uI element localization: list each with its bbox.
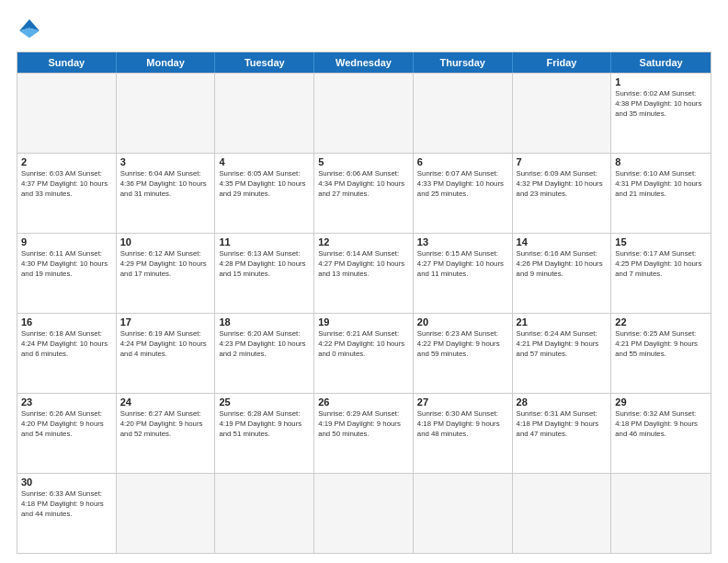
calendar-cell [117, 474, 216, 553]
calendar-week-row: 1Sunrise: 6:02 AM Sunset: 4:38 PM Daylig… [17, 73, 711, 153]
calendar-week-row: 16Sunrise: 6:18 AM Sunset: 4:24 PM Dayli… [17, 313, 711, 393]
calendar-cell [17, 74, 117, 153]
day-number: 2 [21, 156, 112, 167]
day-number: 16 [21, 316, 112, 327]
calendar-cell: 2Sunrise: 6:03 AM Sunset: 4:37 PM Daylig… [17, 154, 117, 233]
weekday-header: Wednesday [314, 52, 414, 73]
sun-info: Sunrise: 6:05 AM Sunset: 4:35 PM Dayligh… [219, 169, 310, 200]
calendar-week-row: 30Sunrise: 6:33 AM Sunset: 4:18 PM Dayli… [17, 473, 711, 553]
calendar-cell [414, 74, 513, 153]
day-number: 8 [615, 156, 707, 167]
day-number: 18 [219, 316, 310, 327]
calendar-cell [117, 74, 216, 153]
calendar-cell: 14Sunrise: 6:16 AM Sunset: 4:26 PM Dayli… [513, 234, 612, 313]
sun-info: Sunrise: 6:18 AM Sunset: 4:24 PM Dayligh… [21, 329, 112, 360]
calendar-cell: 20Sunrise: 6:23 AM Sunset: 4:22 PM Dayli… [414, 314, 513, 393]
calendar-cell: 30Sunrise: 6:33 AM Sunset: 4:18 PM Dayli… [17, 474, 117, 553]
calendar-cell [513, 474, 612, 553]
sun-info: Sunrise: 6:16 AM Sunset: 4:26 PM Dayligh… [517, 249, 608, 280]
sun-info: Sunrise: 6:09 AM Sunset: 4:32 PM Dayligh… [517, 169, 608, 200]
sun-info: Sunrise: 6:02 AM Sunset: 4:38 PM Dayligh… [615, 89, 707, 120]
day-number: 24 [120, 396, 211, 408]
calendar-cell: 17Sunrise: 6:19 AM Sunset: 4:24 PM Dayli… [117, 314, 216, 393]
day-number: 1 [615, 76, 707, 87]
day-number: 22 [615, 316, 707, 327]
sun-info: Sunrise: 6:25 AM Sunset: 4:21 PM Dayligh… [615, 329, 707, 360]
sun-info: Sunrise: 6:28 AM Sunset: 4:19 PM Dayligh… [219, 409, 310, 440]
calendar-week-row: 2Sunrise: 6:03 AM Sunset: 4:37 PM Daylig… [17, 153, 711, 233]
sun-info: Sunrise: 6:03 AM Sunset: 4:37 PM Dayligh… [21, 169, 112, 200]
calendar-cell [414, 474, 513, 553]
weekday-header: Friday [513, 52, 612, 73]
calendar-cell: 25Sunrise: 6:28 AM Sunset: 4:19 PM Dayli… [215, 394, 314, 473]
day-number: 9 [21, 236, 112, 247]
day-number: 3 [120, 156, 211, 167]
sun-info: Sunrise: 6:11 AM Sunset: 4:30 PM Dayligh… [21, 249, 112, 280]
day-number: 17 [120, 316, 211, 327]
weekday-header: Sunday [17, 52, 117, 73]
day-number: 10 [120, 236, 211, 247]
calendar-week-row: 23Sunrise: 6:26 AM Sunset: 4:20 PM Dayli… [17, 393, 711, 473]
weekday-header: Thursday [414, 52, 513, 73]
weekday-header: Tuesday [215, 52, 314, 73]
calendar-cell: 27Sunrise: 6:30 AM Sunset: 4:18 PM Dayli… [414, 394, 513, 473]
day-number: 15 [615, 236, 707, 247]
sun-info: Sunrise: 6:06 AM Sunset: 4:34 PM Dayligh… [318, 169, 409, 200]
calendar-cell: 3Sunrise: 6:04 AM Sunset: 4:36 PM Daylig… [117, 154, 216, 233]
sun-info: Sunrise: 6:26 AM Sunset: 4:20 PM Dayligh… [21, 409, 112, 440]
day-number: 25 [219, 396, 310, 408]
calendar-cell [314, 74, 414, 153]
day-number: 20 [417, 316, 508, 327]
calendar-cell: 8Sunrise: 6:10 AM Sunset: 4:31 PM Daylig… [611, 154, 711, 233]
calendar-cell [611, 474, 711, 553]
weekday-header: Saturday [611, 52, 711, 73]
day-number: 30 [21, 477, 112, 488]
day-number: 27 [417, 396, 508, 408]
day-number: 21 [517, 316, 608, 327]
sun-info: Sunrise: 6:20 AM Sunset: 4:23 PM Dayligh… [219, 329, 310, 360]
calendar-cell [513, 74, 612, 153]
sun-info: Sunrise: 6:14 AM Sunset: 4:27 PM Dayligh… [318, 249, 409, 280]
calendar-cell: 7Sunrise: 6:09 AM Sunset: 4:32 PM Daylig… [513, 154, 612, 233]
calendar-cell [314, 474, 414, 553]
day-number: 26 [318, 396, 409, 408]
sun-info: Sunrise: 6:19 AM Sunset: 4:24 PM Dayligh… [120, 329, 211, 360]
calendar-cell: 28Sunrise: 6:31 AM Sunset: 4:18 PM Dayli… [513, 394, 612, 473]
sun-info: Sunrise: 6:17 AM Sunset: 4:25 PM Dayligh… [615, 249, 707, 280]
sun-info: Sunrise: 6:33 AM Sunset: 4:18 PM Dayligh… [21, 489, 112, 520]
sun-info: Sunrise: 6:21 AM Sunset: 4:22 PM Dayligh… [318, 329, 409, 360]
calendar-cell: 5Sunrise: 6:06 AM Sunset: 4:34 PM Daylig… [314, 154, 414, 233]
day-number: 7 [517, 156, 608, 167]
calendar: SundayMondayTuesdayWednesdayThursdayFrid… [17, 52, 711, 554]
day-number: 19 [318, 316, 409, 327]
day-number: 23 [21, 396, 112, 408]
sun-info: Sunrise: 6:13 AM Sunset: 4:28 PM Dayligh… [219, 249, 310, 280]
logo [17, 17, 46, 42]
calendar-cell: 22Sunrise: 6:25 AM Sunset: 4:21 PM Dayli… [611, 314, 711, 393]
day-number: 11 [219, 236, 310, 247]
logo-icon [17, 17, 42, 42]
day-number: 5 [318, 156, 409, 167]
sun-info: Sunrise: 6:10 AM Sunset: 4:31 PM Dayligh… [615, 169, 707, 200]
sun-info: Sunrise: 6:30 AM Sunset: 4:18 PM Dayligh… [417, 409, 508, 440]
calendar-cell: 4Sunrise: 6:05 AM Sunset: 4:35 PM Daylig… [215, 154, 314, 233]
calendar-cell: 13Sunrise: 6:15 AM Sunset: 4:27 PM Dayli… [414, 234, 513, 313]
calendar-body: 1Sunrise: 6:02 AM Sunset: 4:38 PM Daylig… [17, 73, 711, 553]
calendar-cell [215, 474, 314, 553]
header [17, 17, 711, 42]
calendar-cell: 6Sunrise: 6:07 AM Sunset: 4:33 PM Daylig… [414, 154, 513, 233]
weekday-header: Monday [117, 52, 216, 73]
sun-info: Sunrise: 6:07 AM Sunset: 4:33 PM Dayligh… [417, 169, 508, 200]
calendar-cell: 16Sunrise: 6:18 AM Sunset: 4:24 PM Dayli… [17, 314, 117, 393]
calendar-cell: 19Sunrise: 6:21 AM Sunset: 4:22 PM Dayli… [314, 314, 414, 393]
sun-info: Sunrise: 6:31 AM Sunset: 4:18 PM Dayligh… [517, 409, 608, 440]
calendar-cell: 9Sunrise: 6:11 AM Sunset: 4:30 PM Daylig… [17, 234, 117, 313]
day-number: 29 [615, 396, 707, 408]
day-number: 14 [517, 236, 608, 247]
page: SundayMondayTuesdayWednesdayThursdayFrid… [0, 0, 728, 563]
day-number: 4 [219, 156, 310, 167]
calendar-cell [215, 74, 314, 153]
calendar-cell: 26Sunrise: 6:29 AM Sunset: 4:19 PM Dayli… [314, 394, 414, 473]
day-number: 28 [517, 396, 608, 408]
sun-info: Sunrise: 6:12 AM Sunset: 4:29 PM Dayligh… [120, 249, 211, 280]
